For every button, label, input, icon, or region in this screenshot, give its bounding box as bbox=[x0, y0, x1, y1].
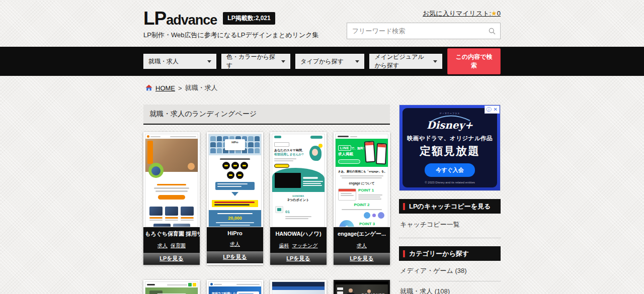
thumb-decoration bbox=[145, 134, 198, 139]
select-color[interactable]: 色・カラーから探す bbox=[221, 54, 290, 69]
ad-banner[interactable]: ディズニープラス Disney+ 映画やドラマ、オリジナル作品 定額見放題 今す… bbox=[399, 105, 501, 191]
lp-thumbnail[interactable]: LINEで、無料で 求人掲載 さあ、貴社の採用にも「engage」を。 enga… bbox=[335, 134, 388, 227]
thumb-point2: POINT 2 bbox=[338, 203, 385, 208]
lp-card: エージェントが入社までフルサポート bbox=[270, 280, 327, 294]
tag-link[interactable]: 求人 bbox=[357, 243, 367, 248]
star-icon: ★ bbox=[491, 10, 497, 17]
tag-link[interactable]: 歯科 bbox=[279, 243, 289, 248]
view-lp-link[interactable]: LPを見る bbox=[207, 251, 263, 263]
thumb-decoration bbox=[145, 207, 198, 221]
thumb-catch1: あなたのスキマ時間、 bbox=[274, 149, 305, 152]
lp-thumbnail[interactable]: あなたのスキマ時間、有効活用しませんか? HANOWA 3つ bbox=[272, 134, 325, 227]
category-section-heading: カテゴリーから探す bbox=[399, 246, 501, 261]
chevron-down-icon bbox=[207, 60, 211, 63]
thumb-decoration bbox=[145, 282, 198, 287]
thumb-decoration: あなたのスキマ時間、有効活用しませんか? bbox=[272, 140, 325, 171]
site-logo[interactable]: LPadvance bbox=[143, 9, 217, 28]
breadcrumb-home-link[interactable]: HOME bbox=[155, 84, 175, 92]
chevron-down-icon bbox=[281, 60, 285, 63]
main-column: 就職・求人のランディングページ bbox=[143, 105, 390, 294]
thumb-decoration bbox=[272, 168, 325, 192]
thumb-catch2: 有効活用しませんか? bbox=[274, 153, 303, 156]
thumb-decoration: LINEで、無料で 求人掲載 bbox=[336, 139, 388, 167]
thumb-decoration: エージェントが入社までフルサポート bbox=[272, 290, 325, 294]
thumb-decoration bbox=[209, 155, 261, 198]
select-type[interactable]: タイプから探す bbox=[295, 54, 364, 69]
lp-card: もろぐち保育園 採用サ... 求人保育園 LPを見る bbox=[143, 132, 200, 265]
lp-thumbnail[interactable]: DESIGNER bbox=[335, 281, 388, 294]
thumb-decoration bbox=[272, 134, 325, 140]
lp-card-tags: 求人保育園 bbox=[143, 239, 200, 252]
brand-block: LPadvance LP掲載数:2,021 LP制作・Web広告に参考になるLP… bbox=[143, 9, 319, 40]
tag-link[interactable]: 保育園 bbox=[171, 243, 186, 248]
ad-copyright: © 2023 Disney and its related entities bbox=[405, 181, 495, 184]
lp-thumbnail[interactable] bbox=[145, 134, 198, 227]
lp-card: 技術力で転職したいIT/WEBエンジニアへ bbox=[207, 280, 263, 294]
lp-card-title: HANOWA(ハノワ) bbox=[270, 227, 327, 239]
select-color-label: 色・カラーから探す bbox=[226, 53, 277, 70]
filter-search-button[interactable]: この内容で検索 bbox=[447, 48, 501, 74]
thumb-decoration: 技術力で転職したいIT/WEBエンジニアへ bbox=[209, 286, 261, 294]
thumb-line1: 技術力で転職したい bbox=[212, 292, 239, 294]
filter-bar: 就職・求人 色・カラーから探す タイプから探す メインビジュアルから探す この内… bbox=[0, 47, 644, 76]
search-box bbox=[347, 23, 501, 39]
lp-card: 2023 新卒採用~~~ bbox=[143, 280, 200, 294]
lp-card: あなたのスキマ時間、有効活用しませんか? HANOWA 3つ bbox=[270, 132, 327, 265]
tag-link[interactable]: マッチング bbox=[292, 243, 317, 248]
disney-plus-logo: Disney+ bbox=[420, 115, 480, 132]
select-category[interactable]: 就職・求人 bbox=[143, 54, 216, 69]
thumb-intro: さあ、貴社の採用にも「engage」を。 bbox=[338, 170, 385, 173]
thumb-decoration: HANOWA 3つのポイント 01 bbox=[272, 192, 325, 219]
category-item[interactable]: メディア・ゲーム (38) bbox=[399, 261, 501, 281]
thumb-point-number: 01 bbox=[285, 210, 290, 214]
home-icon bbox=[145, 84, 152, 91]
category-item[interactable]: 就職・求人 (108) bbox=[399, 281, 501, 294]
logo-rest: advance bbox=[166, 13, 217, 28]
chevron-down-icon bbox=[355, 60, 359, 63]
ad-info-icon[interactable]: ⓘ bbox=[487, 107, 492, 113]
lp-card-grid: もろぐち保育園 採用サ... 求人保育園 LPを見る HiPro bbox=[143, 132, 390, 294]
lp-card: LINEで、無料で 求人掲載 さあ、貴社の採用にも「engage」を。 enga… bbox=[334, 132, 390, 265]
logo-lp: LP bbox=[143, 8, 166, 29]
thumb-decoration: DESIGNER bbox=[336, 284, 388, 294]
favorites-link[interactable]: お気に入りマイリスト:★0 bbox=[423, 9, 501, 18]
thumb-zero: 0 bbox=[345, 225, 348, 227]
page-title: 就職・求人のランディングページ bbox=[143, 105, 390, 125]
ad-cta-button[interactable]: 今すぐ入会 bbox=[425, 163, 475, 177]
thumb-points-title: 3つのポイント bbox=[275, 198, 321, 203]
thumb-decoration: 20,000 bbox=[209, 210, 261, 227]
page: LPadvance LP掲載数:2,021 LP制作・Web広告に参考になるLP… bbox=[0, 0, 644, 294]
ad-close-icon[interactable]: ✕ bbox=[494, 107, 498, 113]
lp-thumbnail[interactable]: 技術力で転職したいIT/WEBエンジニアへ bbox=[208, 281, 262, 294]
lp-card-title: HiPro bbox=[207, 227, 263, 238]
red-accent-bar bbox=[403, 203, 405, 210]
lp-thumbnail[interactable]: エージェントが入社までフルサポート bbox=[272, 281, 325, 294]
catchcopy-list-link[interactable]: キャッチコピー一覧 bbox=[399, 214, 501, 238]
thumb-decoration bbox=[145, 224, 198, 227]
favorites-label: お気に入りマイリスト: bbox=[423, 10, 491, 17]
view-lp-link[interactable]: LPを見る bbox=[270, 252, 327, 265]
thumb-about: engage について bbox=[338, 181, 385, 186]
lp-card-tags: 歯科マッチング bbox=[270, 239, 327, 252]
breadcrumb-current: 就職・求人 bbox=[185, 83, 218, 92]
breadcrumb-separator: > bbox=[178, 84, 182, 92]
thumb-decoration bbox=[336, 134, 388, 139]
view-lp-link[interactable]: LPを見る bbox=[143, 252, 200, 265]
search-input[interactable] bbox=[347, 27, 488, 35]
site-tagline: LP制作・Web広告に参考になるLPデザインまとめリンク集 bbox=[143, 31, 319, 40]
view-lp-link[interactable]: LPを見る bbox=[334, 252, 390, 265]
lp-thumbnail[interactable]: 2023 新卒採用~~~ bbox=[145, 281, 198, 294]
lp-card-tags: 求人 bbox=[334, 239, 390, 252]
tag-link[interactable]: 求人 bbox=[230, 241, 240, 247]
ad-subheadline: 定額見放題 bbox=[405, 144, 495, 159]
select-category-label: 就職・求人 bbox=[148, 57, 179, 66]
lp-card: HiPro 20,000 bbox=[207, 132, 263, 265]
lp-card: DESIGNER bbox=[334, 280, 390, 294]
catchcopy-section-heading: LPのキャッチコピーを見る bbox=[399, 199, 501, 214]
tag-link[interactable]: 求人 bbox=[157, 243, 168, 248]
thumb-decoration bbox=[272, 282, 325, 286]
lp-card-title: もろぐち保育園 採用サ... bbox=[143, 227, 200, 239]
lp-thumbnail[interactable]: HiPro 20,000 bbox=[208, 134, 262, 227]
select-mainvisual[interactable]: メインビジュアルから探す bbox=[369, 54, 442, 69]
search-icon bbox=[488, 27, 496, 35]
